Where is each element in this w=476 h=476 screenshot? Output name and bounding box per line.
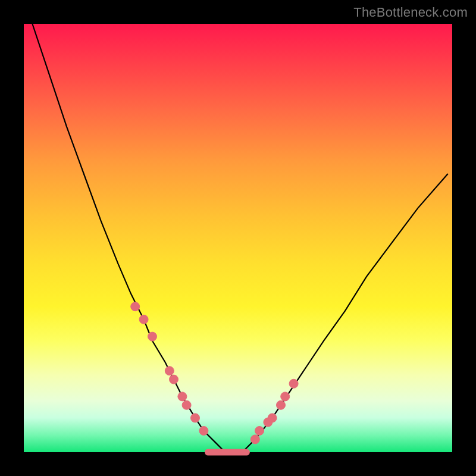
chart-svg — [24, 24, 452, 452]
sample-point — [131, 302, 140, 311]
sample-point — [170, 375, 178, 384]
sample-point — [182, 400, 191, 409]
sample-point — [165, 367, 174, 375]
sample-point — [191, 414, 200, 422]
sample-point — [250, 435, 259, 444]
sample-point — [268, 414, 277, 422]
sample-point — [148, 332, 157, 341]
sample-point — [289, 379, 298, 388]
bottleneck-curve — [32, 24, 447, 452]
sample-point — [255, 427, 264, 436]
sample-point — [178, 392, 187, 401]
sample-point — [277, 400, 286, 409]
sample-point — [199, 427, 208, 436]
plot-area — [24, 24, 452, 452]
highlighted-points-group — [131, 302, 298, 444]
sample-point — [281, 392, 290, 401]
watermark-text: TheBottleneck.com — [353, 5, 468, 20]
chart-frame: TheBottleneck.com — [0, 0, 476, 476]
sample-point — [139, 315, 148, 324]
